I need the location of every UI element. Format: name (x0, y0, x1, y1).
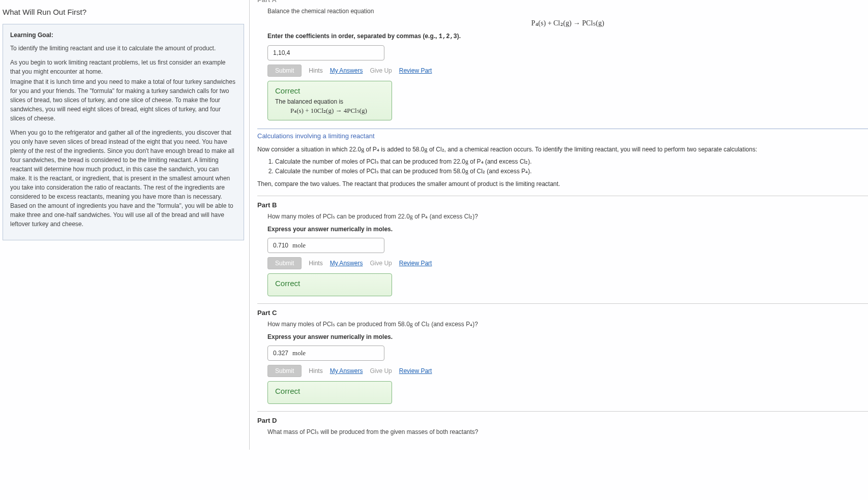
feedback-equation: P₄(s) + 10Cl₂(g) → 4PCl₅(g) (290, 107, 384, 115)
learning-p1: To identify the limiting reactant and us… (10, 44, 236, 53)
part-a-equation: P₄(s) + Cl₂(g) → PCl₅(g) (267, 19, 868, 27)
review-part-link[interactable]: Review Part (399, 67, 432, 74)
part-d-question: What mass of PCl₅ will be produced from … (267, 428, 868, 435)
part-c-prompt: Express your answer numerically in moles… (267, 333, 868, 340)
part-a-prompt: Enter the coefficients in order, separat… (267, 33, 868, 40)
give-up-link[interactable]: Give Up (370, 260, 392, 267)
my-answers-link[interactable]: My Answers (330, 367, 363, 374)
part-b-question: How many moles of PCl₅ can be produced f… (267, 213, 868, 221)
review-part-link[interactable]: Review Part (399, 367, 432, 374)
feedback-title: Correct (275, 279, 384, 288)
section-title: Calculations involving a limiting reacta… (257, 132, 868, 140)
divider (257, 411, 868, 412)
learning-p4: When you go to the refrigerator and gath… (10, 128, 236, 229)
part-d-title: Part D (257, 417, 868, 424)
calc-step-1: Calculate the number of moles of PCl₅ th… (275, 158, 868, 166)
part-b-answer-field[interactable]: 0.710 mole (267, 238, 384, 253)
learning-p2: As you begin to work limiting reactant p… (10, 58, 236, 76)
section-divider (257, 129, 868, 129)
part-c-feedback: Correct (267, 381, 392, 404)
part-c-buttons: Submit Hints My Answers Give Up Review P… (267, 365, 868, 377)
part-c-answer-field[interactable]: 0.327 mole (267, 346, 384, 361)
part-a-answer-field[interactable]: 1,10,4 (267, 45, 384, 60)
page-title: What Will Run Out First? (3, 8, 244, 16)
submit-button[interactable]: Submit (267, 257, 302, 269)
submit-button[interactable]: Submit (267, 365, 302, 377)
give-up-link[interactable]: Give Up (370, 367, 392, 374)
part-c-title: Part C (257, 309, 868, 317)
divider (257, 196, 868, 196)
calc-step-2: Calculate the number of moles of PCl₅ th… (275, 168, 868, 175)
my-answers-link[interactable]: My Answers (330, 67, 363, 74)
part-a-buttons: Submit Hints My Answers Give Up Review P… (267, 65, 868, 77)
hints-link[interactable]: Hints (309, 367, 322, 374)
give-up-link[interactable]: Give Up (370, 67, 392, 74)
section2-intro: Now consider a situation in which 22.0g … (257, 145, 868, 154)
divider (257, 303, 868, 304)
part-b-title: Part B (257, 201, 868, 209)
part-b-prompt: Express your answer numerically in moles… (267, 226, 868, 233)
part-c-question: How many moles of PCl₅ can be produced f… (267, 321, 868, 328)
review-part-link[interactable]: Review Part (399, 260, 432, 267)
part-b-feedback: Correct (267, 273, 392, 296)
hints-link[interactable]: Hints (309, 67, 322, 74)
submit-button[interactable]: Submit (267, 65, 302, 77)
calc-steps-list: Calculate the number of moles of PCl₅ th… (267, 158, 868, 175)
section2-outro: Then, compare the two values. The reacta… (257, 179, 868, 189)
part-b-buttons: Submit Hints My Answers Give Up Review P… (267, 257, 868, 269)
part-a-title: Part A (257, 0, 868, 4)
feedback-title: Correct (275, 86, 384, 95)
left-panel: What Will Run Out First? Learning Goal: … (0, 0, 249, 450)
feedback-title: Correct (275, 387, 384, 395)
feedback-body: The balanced equation is (275, 98, 384, 105)
hints-link[interactable]: Hints (309, 260, 322, 267)
learning-goal-box: Learning Goal: To identify the limiting … (3, 24, 244, 240)
learning-p3: Imagine that it is lunch time and you ne… (10, 77, 236, 123)
part-a-instruction: Balance the chemical reaction equation (267, 8, 868, 15)
part-a-feedback: Correct The balanced equation is P₄(s) +… (267, 81, 392, 120)
right-panel: Part A Balance the chemical reaction equ… (249, 0, 868, 450)
my-answers-link[interactable]: My Answers (330, 260, 363, 267)
learning-goal-heading: Learning Goal: (10, 30, 236, 40)
